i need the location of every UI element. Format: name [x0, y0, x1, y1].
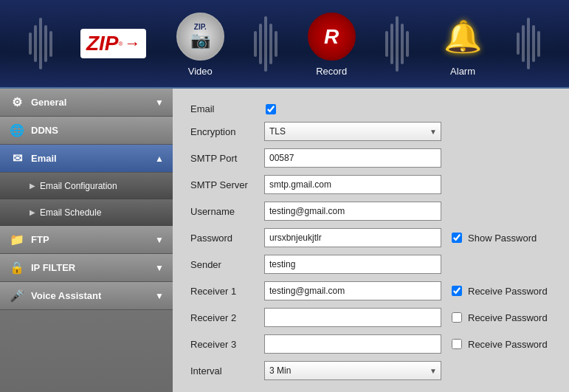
header: ZIP ® → ZIP. 📷 Video R Re — [0, 0, 569, 89]
sidebar-item-voiceassistant[interactable]: 🎤 Voice Assistant ▼ — [0, 282, 173, 310]
wave-bar — [537, 31, 540, 57]
smtp-port-row: SMTP Port — [190, 148, 551, 168]
wave-bar — [264, 16, 267, 72]
receiver1-password-wrapper: Receive Password — [452, 286, 548, 297]
receiver1-password-label: Receive Password — [468, 286, 548, 297]
wave-bar — [275, 31, 277, 57]
sidebar-item-voiceassistant-label: Voice Assistant — [31, 290, 101, 301]
ipfilter-chevron-icon: ▼ — [155, 263, 164, 273]
sender-row: Sender — [190, 255, 551, 274]
test-email-row: Test Email — [264, 388, 551, 392]
sidebar-item-ftp[interactable]: 📁 FTP ▼ — [0, 226, 173, 254]
receiver3-input[interactable] — [264, 334, 441, 354]
sidebar: ⚙ General ▼ 🌐 DDNS ✉ Email ▲ ▶ Email Con… — [0, 89, 173, 392]
smtp-server-input[interactable] — [264, 175, 441, 194]
receiver3-label: Receiver 3 — [190, 339, 264, 350]
email-icon: ✉ — [9, 151, 25, 167]
nav-alarm-label: Alarm — [450, 66, 475, 77]
camera-icon: ZIP. 📷 — [176, 13, 224, 61]
username-input[interactable] — [264, 202, 441, 221]
camera-logo-text: ZIP. — [190, 23, 210, 31]
logo-dot: ® — [118, 41, 123, 47]
sidebar-subitem-email-config-label: Email Configuration — [40, 181, 117, 191]
email-schedule-arrow-icon: ▶ — [30, 208, 35, 216]
encryption-select[interactable]: None TLS SSL — [264, 122, 441, 141]
ipfilter-icon: 🔒 — [9, 260, 25, 276]
header-far-right-decor — [517, 18, 540, 69]
encryption-label: Encryption — [190, 126, 264, 137]
nav-alarm[interactable]: 🔔 Alarm — [437, 11, 489, 77]
alarm-icon: 🔔 — [439, 13, 487, 61]
smtp-port-input[interactable] — [264, 148, 441, 168]
sender-input[interactable] — [264, 255, 441, 274]
record-icon: R — [308, 13, 356, 61]
header-left-decor — [29, 18, 52, 69]
interval-label: Interval — [190, 365, 264, 376]
sidebar-item-general-label: General — [31, 97, 66, 108]
logo-box: ZIP ® → — [80, 29, 146, 58]
receiver3-row: Receiver 3 Receive Password — [190, 334, 551, 354]
sidebar-item-ftp-label: FTP — [31, 234, 49, 245]
receiver2-input[interactable] — [264, 308, 441, 327]
receiver1-input[interactable] — [264, 281, 441, 300]
bell-icon: 🔔 — [444, 18, 482, 55]
password-input[interactable] — [264, 228, 441, 247]
wave-bar — [522, 25, 525, 62]
email-field-label: Email — [190, 103, 264, 114]
sidebar-item-ddns[interactable]: 🌐 DDNS — [0, 117, 173, 145]
nav-video-label: Video — [188, 66, 213, 77]
receiver2-password-label: Receive Password — [468, 312, 548, 323]
sidebar-item-ipfilter-label: IP FILTER — [31, 262, 75, 273]
sidebar-item-ipfilter[interactable]: 🔒 IP FILTER ▼ — [0, 254, 173, 282]
encryption-select-wrapper: None TLS SSL ▼ — [264, 122, 441, 141]
nav-alarm-icon-wrapper: 🔔 — [437, 11, 489, 63]
receiver1-row: Receiver 1 Receive Password — [190, 281, 551, 300]
username-label: Username — [190, 206, 264, 217]
ftp-icon: 📁 — [9, 232, 25, 248]
logo: ZIP ® → — [80, 29, 146, 58]
wave-bar — [49, 31, 52, 57]
nav-record-icon-wrapper: R — [306, 11, 357, 63]
nav-record[interactable]: R Record — [306, 11, 357, 77]
logo-arrow: → — [124, 34, 140, 53]
receiver2-label: Receiver 2 — [190, 312, 264, 323]
sidebar-item-email-label: Email — [31, 153, 57, 164]
smtp-server-row: SMTP Server — [190, 175, 551, 194]
wave-bar — [406, 31, 409, 57]
header-right-decor — [385, 16, 409, 72]
username-row: Username — [190, 202, 551, 221]
logo-text: ZIP — [86, 32, 119, 55]
general-icon: ⚙ — [9, 94, 25, 111]
record-letter: R — [324, 25, 339, 49]
main-layout: ⚙ General ▼ 🌐 DDNS ✉ Email ▲ ▶ Email Con… — [0, 89, 569, 392]
email-config-arrow-icon: ▶ — [30, 182, 35, 190]
sidebar-subitem-email-schedule[interactable]: ▶ Email Schedule — [0, 199, 173, 226]
wave-bar — [527, 18, 530, 69]
sidebar-subitem-email-schedule-label: Email Schedule — [40, 207, 101, 218]
wave-bar — [390, 24, 393, 64]
header-mid-decor — [254, 16, 277, 72]
voiceassistant-chevron-icon: ▼ — [155, 291, 164, 301]
email-checkbox-wrapper — [266, 104, 276, 114]
wave-bar — [44, 25, 47, 62]
ftp-chevron-icon: ▼ — [155, 235, 164, 245]
sidebar-item-email[interactable]: ✉ Email ▲ — [0, 145, 173, 173]
email-row: Email — [190, 103, 551, 114]
show-password-checkbox[interactable] — [452, 233, 462, 243]
wave-bar — [254, 31, 257, 57]
interval-select[interactable]: 1 Min 2 Min 3 Min 5 Min 10 Min — [264, 361, 441, 380]
smtp-port-label: SMTP Port — [190, 153, 264, 164]
sidebar-subitem-email-config[interactable]: ▶ Email Configuration — [0, 173, 173, 199]
wave-bar — [517, 32, 520, 55]
nav-video[interactable]: ZIP. 📷 Video — [174, 11, 226, 77]
receiver2-password-checkbox[interactable] — [452, 312, 462, 323]
voiceassistant-icon: 🎤 — [9, 288, 25, 304]
receiver3-password-checkbox[interactable] — [452, 339, 462, 349]
content-area: Email Encryption None TLS SSL ▼ SMTP Por… — [173, 89, 569, 392]
sidebar-item-general[interactable]: ⚙ General ▼ — [0, 89, 173, 117]
smtp-server-label: SMTP Server — [190, 179, 264, 190]
wave-bar — [29, 32, 32, 55]
email-checkbox[interactable] — [266, 104, 276, 114]
receiver1-password-checkbox[interactable] — [452, 286, 462, 296]
camera-emoji: 📷 — [190, 31, 210, 50]
